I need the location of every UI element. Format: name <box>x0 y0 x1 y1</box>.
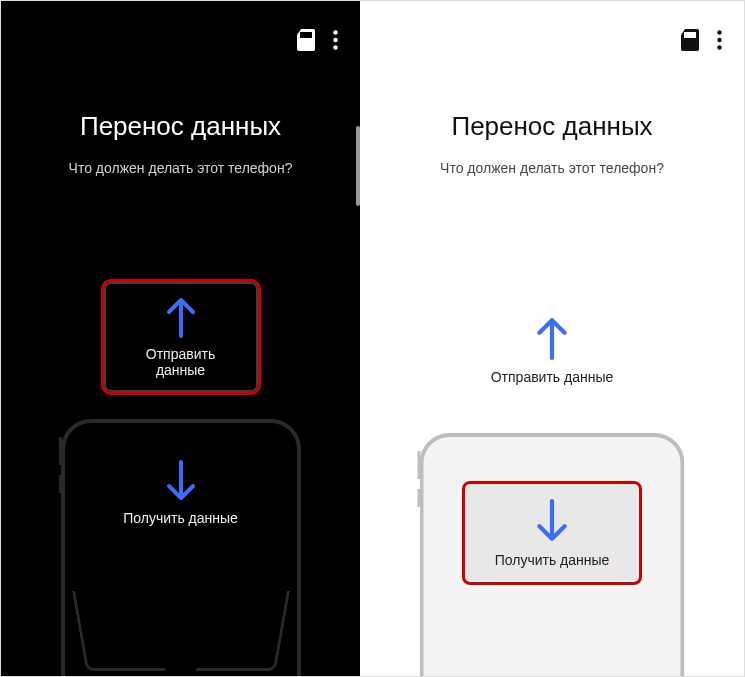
more-vert-icon[interactable] <box>717 30 722 54</box>
send-data-button[interactable]: Отправить данные <box>452 301 652 399</box>
arrow-up-icon <box>124 294 238 340</box>
send-data-label: Отправить данные <box>472 369 632 385</box>
page-subtitle: Что должен делать этот телефон? <box>1 160 360 176</box>
send-data-label: Отправить данные <box>124 346 238 378</box>
svg-point-2 <box>333 38 337 42</box>
sd-card-icon[interactable] <box>297 29 315 55</box>
send-data-button[interactable]: Отправить данные <box>101 279 261 395</box>
sd-card-icon[interactable] <box>681 29 699 55</box>
page-subtitle: Что должен делать этот телефон? <box>360 160 744 176</box>
svg-point-1 <box>333 30 337 34</box>
receive-data-button[interactable]: Получить данные <box>101 446 261 540</box>
svg-point-3 <box>333 45 337 49</box>
arrow-up-icon <box>472 313 632 363</box>
screen-dark: Перенос данных Что должен делать этот те… <box>1 1 360 676</box>
topbar <box>297 29 338 55</box>
receive-data-button[interactable]: Получить данные <box>462 481 642 585</box>
page-title: Перенос данных <box>1 111 360 142</box>
arrow-down-icon <box>485 496 619 546</box>
arrow-down-icon <box>121 458 241 504</box>
svg-rect-4 <box>684 32 696 38</box>
svg-rect-0 <box>300 32 312 38</box>
receive-data-label: Получить данные <box>121 510 241 526</box>
more-vert-icon[interactable] <box>333 30 338 54</box>
topbar <box>681 29 722 55</box>
svg-point-6 <box>717 38 721 42</box>
svg-point-7 <box>717 45 721 49</box>
svg-point-5 <box>717 30 721 34</box>
page-title: Перенос данных <box>360 111 744 142</box>
receive-data-label: Получить данные <box>485 552 619 568</box>
screen-light: Перенос данных Что должен делать этот те… <box>360 1 744 676</box>
